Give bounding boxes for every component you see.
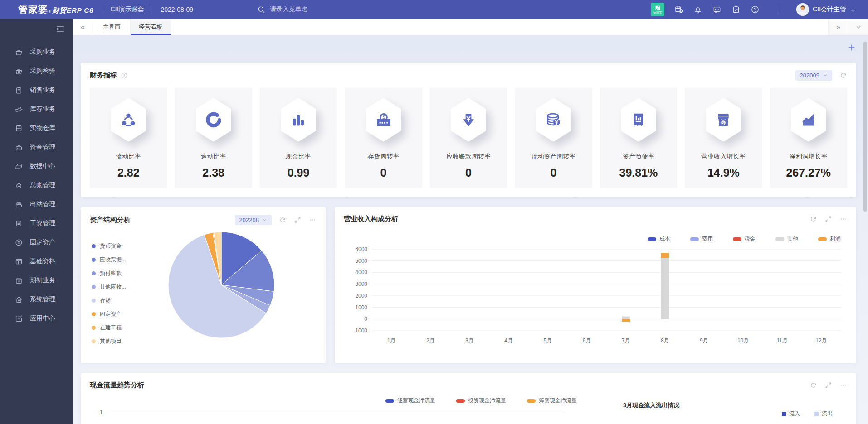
revenue-legend: 成本 费用 税金 其他 利润 bbox=[344, 235, 847, 243]
sidebar-item-sales[interactable]: 销售业务 bbox=[0, 81, 73, 100]
sidebar-item-label: 数据中心 bbox=[30, 162, 55, 170]
user-menu[interactable]: C8会计主管 bbox=[796, 3, 856, 16]
refresh-icon[interactable] bbox=[809, 215, 817, 223]
indicator-tile[interactable]: 流动资产周转率 0 bbox=[515, 88, 592, 188]
page-scrollbar[interactable] bbox=[863, 42, 867, 212]
menu-search-input[interactable]: 请录入菜单名 bbox=[257, 5, 308, 14]
indicator-value: 0 bbox=[465, 166, 472, 179]
legend-label: 在建工程 bbox=[100, 324, 122, 332]
legend-item[interactable]: 费用 bbox=[690, 235, 713, 243]
bar-segment[interactable] bbox=[661, 253, 669, 258]
sidebar-item-label: 实物仓库 bbox=[30, 124, 55, 132]
help-icon[interactable] bbox=[751, 5, 760, 14]
message-icon[interactable] bbox=[712, 5, 722, 14]
money-bag-icon bbox=[15, 181, 23, 190]
info-icon[interactable] bbox=[121, 72, 128, 79]
legend-item[interactable]: 税金 bbox=[733, 235, 756, 243]
sidebar-item-general-ledger[interactable]: 总账管理 bbox=[0, 176, 73, 195]
legend-item[interactable]: 投资现金净流量 bbox=[456, 397, 506, 405]
shop-dollar-icon: $ bbox=[714, 111, 732, 129]
tab-list-dropdown-button[interactable] bbox=[848, 19, 868, 35]
sidebar-item-warehouse[interactable]: 实物仓库 bbox=[0, 119, 73, 138]
legend-item[interactable]: 流入 bbox=[782, 410, 800, 418]
legend-item[interactable]: 在建工程 bbox=[92, 324, 126, 332]
indicator-tile[interactable]: S 存货周转率 0 bbox=[345, 88, 422, 188]
legend-item[interactable]: 应收票据... bbox=[92, 256, 126, 264]
revenue-composition-bar-chart: -100001000200030004000500060001月2月3月4月5月… bbox=[344, 246, 847, 349]
sidebar-item-opening[interactable]: 期初业务 bbox=[0, 271, 73, 290]
sidebar-item-purchase[interactable]: 采购业务 bbox=[0, 43, 73, 62]
legend-item[interactable]: 货币资金 bbox=[92, 242, 126, 250]
legend-item[interactable]: 利润 bbox=[818, 235, 841, 243]
calendar-clock-icon[interactable] bbox=[674, 5, 683, 14]
sidebar-collapse-icon[interactable] bbox=[55, 24, 65, 34]
legend-item[interactable]: 其他 bbox=[775, 235, 798, 243]
indicator-tile[interactable]: 资产负债率 39.81% bbox=[600, 88, 677, 188]
legend-item[interactable]: 预付账款 bbox=[92, 270, 126, 277]
task-clipboard-icon[interactable] bbox=[731, 5, 741, 14]
sidebar-item-app-center[interactable]: 应用中心 bbox=[0, 309, 73, 328]
sidebar-item-funds[interactable]: 资金管理 bbox=[0, 138, 73, 157]
legend-label: 投资现金净流量 bbox=[468, 397, 506, 405]
tab-dashboard[interactable]: 经营看板 bbox=[131, 19, 171, 35]
svg-text:$: $ bbox=[722, 120, 725, 125]
tab-scroll-right-button[interactable]: » bbox=[828, 19, 848, 35]
indicator-tile[interactable]: 净利润增长率 267.27% bbox=[770, 88, 847, 188]
notification-bell-icon[interactable] bbox=[693, 5, 702, 14]
indicator-tile[interactable]: 速动比率 2.38 bbox=[175, 88, 252, 188]
wulianbao-app-button[interactable]: 物联宝 bbox=[651, 3, 664, 16]
expand-icon[interactable] bbox=[824, 381, 832, 389]
basket-search-icon bbox=[15, 67, 23, 76]
legend-item[interactable]: 固定资产 bbox=[92, 310, 126, 318]
asset-period-value: 202208 bbox=[239, 217, 259, 223]
sidebar-item-inventory[interactable]: 库存业务 bbox=[0, 100, 73, 119]
legend-label: 费用 bbox=[702, 235, 713, 243]
sidebar-item-label: 销售业务 bbox=[30, 86, 55, 94]
svg-text:0: 0 bbox=[364, 316, 367, 322]
sidebar-item-cashier[interactable]: 出纳管理 bbox=[0, 195, 73, 214]
indicator-tile[interactable]: $ 营业收入增长率 14.9% bbox=[685, 88, 762, 188]
sidebar-item-data-center[interactable]: 数据中心 bbox=[0, 157, 73, 176]
legend-item[interactable]: 流出 bbox=[814, 410, 833, 418]
business-date[interactable]: 2022-08-09 bbox=[161, 6, 193, 13]
add-widget-button[interactable] bbox=[847, 43, 856, 52]
bar-segment[interactable] bbox=[622, 319, 630, 322]
more-icon[interactable] bbox=[309, 216, 317, 224]
legend-label: 成本 bbox=[659, 235, 670, 243]
legend-item[interactable]: 筹资现金净流量 bbox=[527, 397, 577, 405]
inflow-outflow-legend: 流入 流出 bbox=[782, 410, 833, 418]
chevron-down-icon bbox=[850, 6, 856, 13]
refresh-icon[interactable] bbox=[839, 72, 847, 79]
indicators-period-select[interactable]: 202009 bbox=[795, 70, 832, 81]
legend-item[interactable]: 其他应收... bbox=[92, 283, 126, 291]
refresh-icon[interactable] bbox=[809, 381, 817, 389]
tab-home[interactable]: 主界面 bbox=[93, 19, 131, 35]
legend-item[interactable]: 其他项目 bbox=[92, 337, 126, 345]
account-set-label[interactable]: C8演示账套 bbox=[111, 5, 144, 14]
sidebar-item-fixed-assets[interactable]: 固定资产 bbox=[0, 233, 73, 252]
indicator-tile[interactable]: 应收账款周转率 0 bbox=[430, 88, 507, 188]
sidebar-item-system[interactable]: 系统管理 bbox=[0, 290, 73, 309]
tab-scroll-left-button[interactable]: « bbox=[73, 19, 93, 35]
legend-item[interactable]: 存货 bbox=[92, 297, 126, 304]
asset-period-select[interactable]: 202208 bbox=[235, 215, 272, 225]
indicator-tile[interactable]: 现金比率 0.99 bbox=[260, 88, 337, 188]
legend-dot-icon bbox=[92, 285, 96, 289]
cabinet-icon bbox=[15, 124, 23, 133]
bar-segment[interactable] bbox=[661, 258, 669, 319]
legend-label: 税金 bbox=[745, 235, 756, 243]
more-icon[interactable] bbox=[839, 381, 847, 389]
sidebar-item-base-data[interactable]: 基础资料 bbox=[0, 252, 73, 271]
indicator-tile[interactable]: 流动比率 2.82 bbox=[90, 88, 167, 188]
legend-dot-icon bbox=[92, 339, 96, 343]
more-icon[interactable] bbox=[839, 215, 847, 223]
sidebar-item-payroll[interactable]: 工资管理 bbox=[0, 214, 73, 233]
legend-item[interactable]: 成本 bbox=[648, 235, 670, 243]
sidebar-item-purchase-inspection[interactable]: 采购检验 bbox=[0, 62, 73, 81]
bar-segment[interactable] bbox=[622, 317, 630, 319]
expand-icon[interactable] bbox=[294, 216, 302, 224]
refresh-icon[interactable] bbox=[279, 216, 287, 224]
expand-icon[interactable] bbox=[824, 215, 832, 223]
legend-item[interactable]: 经营现金净流量 bbox=[385, 397, 435, 405]
legend-label: 其他 bbox=[787, 235, 798, 243]
